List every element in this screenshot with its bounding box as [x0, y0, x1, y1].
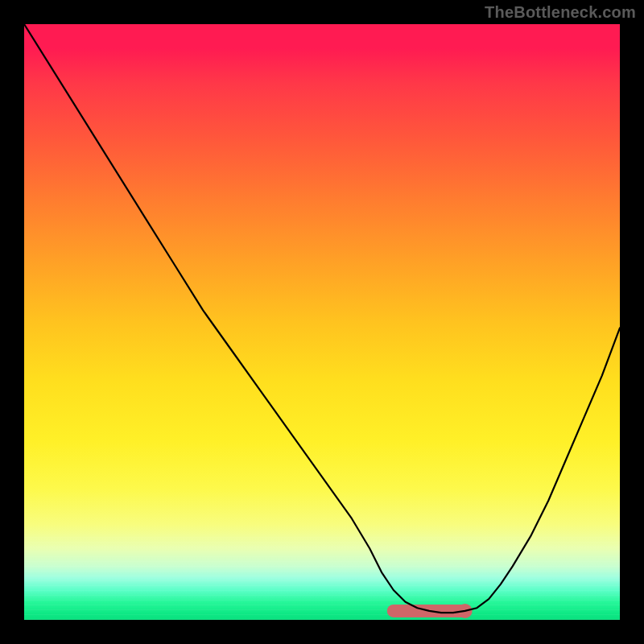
- bottleneck-curve: [24, 24, 620, 613]
- plot-area: [24, 24, 620, 620]
- chart-frame: TheBottleneck.com: [0, 0, 644, 644]
- watermark-text: TheBottleneck.com: [485, 3, 636, 22]
- curve-layer: [24, 24, 620, 620]
